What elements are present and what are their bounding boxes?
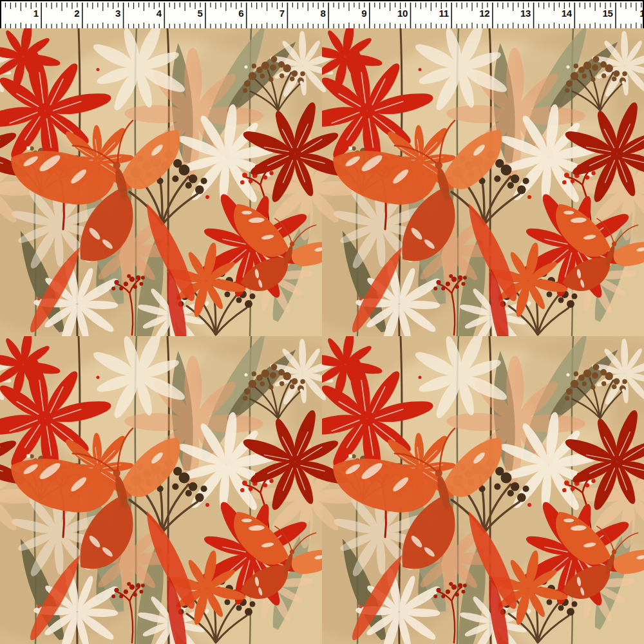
ruler-number: 5 (197, 8, 202, 19)
ruler-number: 14 (562, 8, 573, 19)
ruler-number: 4 (156, 8, 162, 19)
ruler-number: 11 (439, 8, 448, 19)
fabric-pattern-svg (0, 28, 644, 644)
ruler-number: 9 (361, 8, 366, 19)
ruler-number: 8 (321, 8, 326, 19)
ruler-number: 7 (279, 8, 285, 19)
fabric-print (0, 28, 644, 644)
ruler-number: 1 (639, 8, 644, 19)
fabric-swatch-photo: 1234567891011121314151 (0, 0, 644, 644)
inch-ruler: 1234567891011121314151 (0, 0, 644, 28)
ruler-number: 12 (479, 8, 489, 19)
ruler-number: 6 (238, 8, 243, 19)
ruler-number: 10 (397, 8, 408, 19)
ruler-number: 15 (602, 8, 612, 19)
ruler-number: 3 (115, 8, 120, 19)
ruler-number: 2 (74, 8, 79, 19)
ruler-ticks-and-numbers: 1234567891011121314151 (0, 1, 644, 30)
ruler-number: 13 (520, 8, 531, 19)
ruler-number: 1 (33, 8, 39, 19)
fabric-surface (0, 28, 644, 644)
